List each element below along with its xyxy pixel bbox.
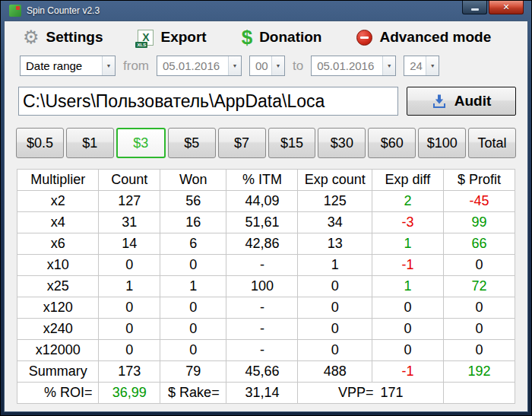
close-button[interactable]: ✕ — [489, 1, 524, 14]
to-hour-value: 24 — [404, 56, 426, 75]
table-cell: 79 — [160, 361, 226, 383]
table-cell: 0 — [160, 255, 226, 276]
table-cell: 100 — [226, 276, 298, 297]
header-itm: % ITM — [226, 170, 298, 191]
calendar-dropdown-icon: ▼ — [382, 56, 395, 75]
to-date-picker[interactable]: 05.01.2016 ▼ — [311, 56, 396, 76]
close-icon: ✕ — [502, 2, 509, 12]
stake-tab-100[interactable]: $100 — [418, 128, 466, 158]
table-row: x1200000-000 — [17, 340, 515, 361]
path-input[interactable]: C:\Users\Пользователь\AppData\Loca — [18, 87, 398, 116]
stake-tab-1[interactable]: $1 — [66, 128, 114, 158]
from-label: from — [123, 59, 149, 74]
table-cell: 0 — [298, 276, 372, 297]
stake-tab-0.5[interactable]: $0.5 — [16, 128, 64, 158]
table-row: x24000-000 — [17, 319, 515, 340]
table-cell: 2 — [372, 191, 443, 212]
roi-value: 36,99 — [99, 383, 160, 404]
stake-tab-15[interactable]: $15 — [268, 128, 316, 158]
table-cell: 0 — [372, 319, 443, 340]
results-table: Multiplier Count Won % ITM Exp count Exp… — [17, 169, 515, 404]
header-exp-count: Exp count — [298, 170, 372, 191]
stake-tab-total[interactable]: Total — [468, 128, 516, 158]
advanced-mode-button[interactable]: Advanced mode — [356, 29, 491, 46]
roi-label: % ROI= — [17, 383, 99, 404]
table-cell: 45,66 — [226, 361, 298, 383]
stake-tab-7[interactable]: $7 — [218, 128, 266, 158]
table-cell: -45 — [443, 191, 515, 212]
table-row: x21275644,091252-45 — [17, 191, 515, 212]
window-title: Spin Counter v2.3 — [27, 5, 100, 16]
app-window: Spin Counter v2.3 ✕ ⚙ Settings X XLS Exp… — [0, 0, 532, 416]
minimize-button[interactable] — [462, 1, 487, 14]
table-cell: 0 — [298, 340, 372, 361]
settings-label: Settings — [46, 29, 103, 46]
header-multiplier: Multiplier — [17, 170, 99, 191]
table-cell: x6 — [17, 233, 99, 255]
table-cell: 1 — [298, 255, 372, 276]
stake-tab-5[interactable]: $5 — [168, 128, 216, 158]
table-cell: 0 — [160, 340, 226, 361]
table-cell: 14 — [99, 233, 160, 255]
table-cell: -1 — [372, 255, 443, 276]
table-wrap: Multiplier Count Won % ITM Exp count Exp… — [5, 160, 527, 404]
minus-circle-icon — [356, 30, 372, 46]
stake-tab-60[interactable]: $60 — [368, 128, 416, 158]
header-exp-diff: Exp diff — [372, 170, 443, 191]
calendar-dropdown-icon: ▼ — [228, 56, 241, 75]
export-button[interactable]: X XLS Export — [138, 29, 206, 46]
filter-row: Date range ▼ from 05.01.2016 ▼ 00 ▼ to 0… — [5, 51, 527, 81]
results-table-body: x21275644,091252-45x4311651,6134-399x614… — [17, 191, 515, 383]
export-label: Export — [160, 29, 206, 46]
header-count: Count — [99, 170, 160, 191]
table-cell: 125 — [298, 191, 372, 212]
table-cell: x12000 — [17, 340, 99, 361]
stake-tab-3[interactable]: $3 — [116, 128, 166, 158]
table-cell: 0 — [372, 297, 443, 319]
table-header-row: Multiplier Count Won % ITM Exp count Exp… — [17, 170, 515, 191]
app-icon — [9, 5, 21, 17]
table-row: x25111000172 — [17, 276, 515, 297]
table-cell: x4 — [17, 212, 99, 233]
table-header: Multiplier Count Won % ITM Exp count Exp… — [17, 170, 515, 191]
table-cell: 42,86 — [226, 233, 298, 255]
vpp-cell: VPP=171 — [298, 383, 443, 404]
from-date-picker[interactable]: 05.01.2016 ▼ — [157, 56, 242, 76]
table-cell: 1 — [160, 276, 226, 297]
table-cell: 16 — [160, 212, 226, 233]
table-cell: - — [226, 319, 298, 340]
window-controls: ✕ — [462, 1, 528, 14]
table-cell: 44,09 — [226, 191, 298, 212]
stake-tabs: $0.5$1$3$5$7$15$30$60$100Total — [5, 119, 527, 160]
table-cell: 51,61 — [226, 212, 298, 233]
settings-button[interactable]: ⚙ Settings — [23, 28, 103, 46]
table-cell: 1 — [99, 276, 160, 297]
excel-icon: X XLS — [138, 30, 154, 46]
table-footer: % ROI= 36,99 $ Rake= 31,14 VPP=171 — [17, 383, 515, 404]
audit-button[interactable]: Audit — [407, 87, 516, 116]
table-cell: 99 — [443, 212, 515, 233]
table-cell: - — [226, 340, 298, 361]
header-profit: $ Profit — [443, 170, 515, 191]
range-type-value: Date range — [21, 56, 102, 75]
table-cell: 6 — [160, 233, 226, 255]
header-won: Won — [160, 170, 226, 191]
vpp-label: VPP= — [338, 385, 374, 400]
to-hour-select[interactable]: 24 ▼ — [404, 56, 439, 76]
table-cell: 1 — [372, 233, 443, 255]
dollar-icon: $ — [242, 27, 252, 47]
table-row: Summary1737945,66488-1192 — [17, 361, 515, 383]
table-row: x1000-1-10 — [17, 255, 515, 276]
table-cell: 192 — [443, 361, 515, 383]
donation-button[interactable]: $ Donation — [242, 27, 322, 47]
range-type-select[interactable]: Date range ▼ — [20, 56, 116, 76]
table-cell: 1 — [372, 276, 443, 297]
table-footer-row: % ROI= 36,99 $ Rake= 31,14 VPP=171 — [17, 383, 515, 404]
table-cell: 0 — [443, 340, 515, 361]
table-cell: 0 — [443, 255, 515, 276]
audit-label: Audit — [454, 93, 492, 110]
from-hour-select[interactable]: 00 ▼ — [249, 56, 285, 76]
stake-tab-30[interactable]: $30 — [318, 128, 366, 158]
client-area: ⚙ Settings X XLS Export $ Donation Advan… — [4, 21, 528, 412]
to-date-value: 05.01.2016 — [312, 56, 382, 75]
